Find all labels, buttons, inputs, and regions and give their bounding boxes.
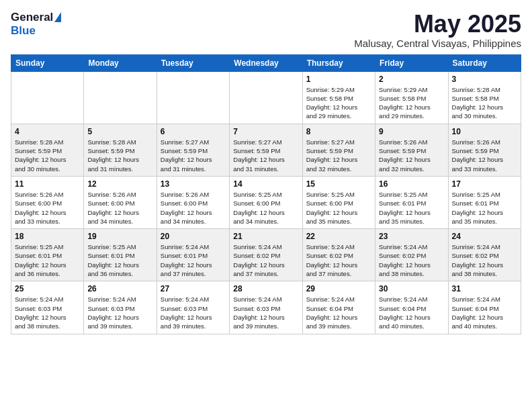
calendar-day-cell: 13Sunrise: 5:26 AMSunset: 6:00 PMDayligh… [157,176,229,228]
day-number: 4 [15,127,80,136]
day-of-week-header: Wednesday [230,54,302,71]
calendar-week-row: 25Sunrise: 5:24 AMSunset: 6:03 PMDayligh… [11,281,521,334]
logo-general: General [11,11,61,24]
day-number: 24 [452,232,517,241]
day-info: Sunrise: 5:25 AMSunset: 6:01 PMDaylight:… [452,190,517,226]
day-info: Sunrise: 5:24 AMSunset: 6:04 PMDaylight:… [306,295,371,330]
day-of-week-header: Tuesday [157,54,229,71]
day-number: 18 [15,232,80,241]
calendar-day-cell: 19Sunrise: 5:25 AMSunset: 6:01 PMDayligh… [84,229,157,281]
day-info: Sunrise: 5:24 AMSunset: 6:04 PMDaylight:… [452,295,517,330]
calendar-day-cell: 15Sunrise: 5:25 AMSunset: 6:00 PMDayligh… [302,176,375,228]
calendar-table: SundayMondayTuesdayWednesdayThursdayFrid… [11,54,521,334]
day-info: Sunrise: 5:26 AMSunset: 6:00 PMDaylight:… [15,190,80,226]
day-info: Sunrise: 5:27 AMSunset: 5:59 PMDaylight:… [306,138,371,173]
calendar-day-cell: 24Sunrise: 5:24 AMSunset: 6:02 PMDayligh… [448,229,521,281]
day-info: Sunrise: 5:24 AMSunset: 6:02 PMDaylight:… [379,242,444,278]
calendar-day-cell: 1Sunrise: 5:29 AMSunset: 5:58 PMDaylight… [302,71,375,124]
day-of-week-header: Saturday [448,54,521,71]
day-number: 17 [452,179,517,189]
day-number: 15 [306,179,371,189]
day-info: Sunrise: 5:25 AMSunset: 6:01 PMDaylight:… [15,242,80,278]
day-info: Sunrise: 5:25 AMSunset: 6:00 PMDaylight:… [233,190,298,226]
day-info: Sunrise: 5:29 AMSunset: 5:58 PMDaylight:… [306,85,371,121]
calendar-day-cell: 27Sunrise: 5:24 AMSunset: 6:03 PMDayligh… [157,281,229,334]
day-info: Sunrise: 5:27 AMSunset: 5:59 PMDaylight:… [161,138,226,173]
day-number: 9 [379,127,444,136]
calendar-day-cell: 10Sunrise: 5:26 AMSunset: 5:59 PMDayligh… [448,124,521,176]
day-info: Sunrise: 5:28 AMSunset: 5:59 PMDaylight:… [87,138,152,173]
calendar-day-cell: 14Sunrise: 5:25 AMSunset: 6:00 PMDayligh… [230,176,302,228]
day-number: 11 [15,179,80,189]
day-number: 2 [379,75,444,84]
logo: General Blue [11,11,61,38]
day-number: 8 [306,127,371,136]
page-subtitle: Malusay, Central Visayas, Philippines [354,38,521,49]
calendar-day-cell: 5Sunrise: 5:28 AMSunset: 5:59 PMDaylight… [84,124,157,176]
day-number: 14 [233,179,298,189]
title-block: May 2025 Malusay, Central Visayas, Phili… [354,11,521,49]
day-number: 26 [87,284,152,293]
day-info: Sunrise: 5:24 AMSunset: 6:03 PMDaylight:… [233,295,298,330]
day-number: 23 [379,232,444,241]
calendar-day-cell [11,71,84,124]
calendar-week-row: 1Sunrise: 5:29 AMSunset: 5:58 PMDaylight… [11,71,521,124]
day-number: 31 [452,284,517,293]
day-info: Sunrise: 5:28 AMSunset: 5:58 PMDaylight:… [452,85,517,121]
day-number: 1 [306,75,371,84]
calendar-day-cell: 12Sunrise: 5:26 AMSunset: 6:00 PMDayligh… [84,176,157,228]
calendar-day-cell: 8Sunrise: 5:27 AMSunset: 5:59 PMDaylight… [302,124,375,176]
calendar-day-cell: 4Sunrise: 5:28 AMSunset: 5:59 PMDaylight… [11,124,84,176]
calendar-day-cell: 17Sunrise: 5:25 AMSunset: 6:01 PMDayligh… [448,176,521,228]
page-header: General Blue May 2025 Malusay, Central V… [11,11,521,49]
day-info: Sunrise: 5:25 AMSunset: 6:01 PMDaylight:… [379,190,444,226]
calendar-day-cell: 29Sunrise: 5:24 AMSunset: 6:04 PMDayligh… [302,281,375,334]
day-info: Sunrise: 5:27 AMSunset: 5:59 PMDaylight:… [233,138,298,173]
day-of-week-header: Friday [375,54,448,71]
calendar-day-cell [230,71,302,124]
calendar-day-cell: 26Sunrise: 5:24 AMSunset: 6:03 PMDayligh… [84,281,157,334]
calendar-day-cell: 18Sunrise: 5:25 AMSunset: 6:01 PMDayligh… [11,229,84,281]
day-number: 28 [233,284,298,293]
day-info: Sunrise: 5:26 AMSunset: 6:00 PMDaylight:… [161,190,226,226]
day-number: 16 [379,179,444,189]
day-number: 30 [379,284,444,293]
calendar-day-cell: 11Sunrise: 5:26 AMSunset: 6:00 PMDayligh… [11,176,84,228]
calendar-week-row: 11Sunrise: 5:26 AMSunset: 6:00 PMDayligh… [11,176,521,228]
day-info: Sunrise: 5:26 AMSunset: 5:59 PMDaylight:… [452,138,517,173]
day-number: 21 [233,232,298,241]
day-info: Sunrise: 5:26 AMSunset: 5:59 PMDaylight:… [379,138,444,173]
day-number: 19 [87,232,152,241]
day-info: Sunrise: 5:24 AMSunset: 6:03 PMDaylight:… [15,295,80,330]
calendar-day-cell: 9Sunrise: 5:26 AMSunset: 5:59 PMDaylight… [375,124,448,176]
day-info: Sunrise: 5:26 AMSunset: 6:00 PMDaylight:… [87,190,152,226]
calendar-day-cell: 25Sunrise: 5:24 AMSunset: 6:03 PMDayligh… [11,281,84,334]
calendar-header-row: SundayMondayTuesdayWednesdayThursdayFrid… [11,54,521,71]
day-info: Sunrise: 5:24 AMSunset: 6:02 PMDaylight:… [306,242,371,278]
calendar-day-cell: 28Sunrise: 5:24 AMSunset: 6:03 PMDayligh… [230,281,302,334]
calendar-day-cell: 21Sunrise: 5:24 AMSunset: 6:02 PMDayligh… [230,229,302,281]
day-info: Sunrise: 5:25 AMSunset: 6:01 PMDaylight:… [87,242,152,278]
calendar-day-cell: 7Sunrise: 5:27 AMSunset: 5:59 PMDaylight… [230,124,302,176]
calendar-day-cell: 16Sunrise: 5:25 AMSunset: 6:01 PMDayligh… [375,176,448,228]
day-number: 5 [87,127,152,136]
calendar-week-row: 18Sunrise: 5:25 AMSunset: 6:01 PMDayligh… [11,229,521,281]
calendar-day-cell: 23Sunrise: 5:24 AMSunset: 6:02 PMDayligh… [375,229,448,281]
day-number: 27 [161,284,226,293]
day-info: Sunrise: 5:24 AMSunset: 6:02 PMDaylight:… [452,242,517,278]
day-number: 12 [87,179,152,189]
day-info: Sunrise: 5:28 AMSunset: 5:59 PMDaylight:… [15,138,80,173]
day-number: 7 [233,127,298,136]
day-number: 25 [15,284,80,293]
day-number: 13 [161,179,226,189]
day-number: 10 [452,127,517,136]
calendar-day-cell [157,71,229,124]
day-of-week-header: Monday [84,54,157,71]
day-number: 20 [161,232,226,241]
calendar-week-row: 4Sunrise: 5:28 AMSunset: 5:59 PMDaylight… [11,124,521,176]
day-info: Sunrise: 5:24 AMSunset: 6:04 PMDaylight:… [379,295,444,330]
day-of-week-header: Thursday [302,54,375,71]
day-info: Sunrise: 5:29 AMSunset: 5:58 PMDaylight:… [379,85,444,121]
calendar-day-cell [84,71,157,124]
calendar-day-cell: 30Sunrise: 5:24 AMSunset: 6:04 PMDayligh… [375,281,448,334]
